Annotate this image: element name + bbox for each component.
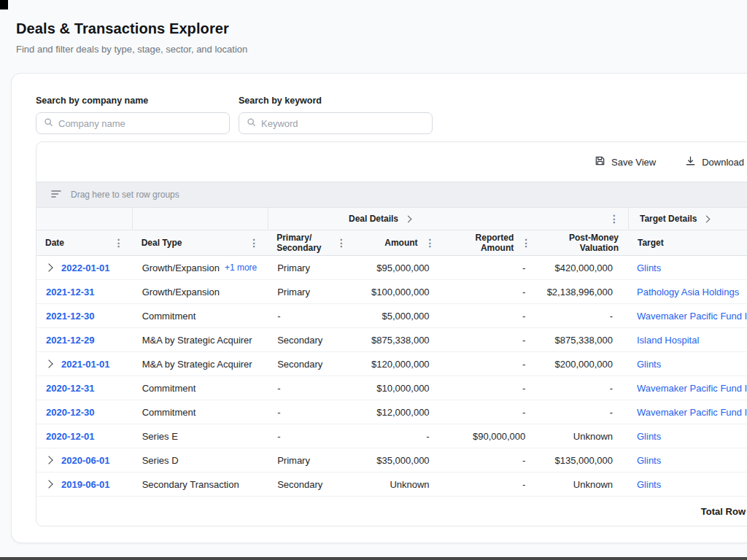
amount-value: $875,338,000: [371, 335, 430, 346]
cell-target: Glints: [627, 472, 747, 496]
group-expand-icon[interactable]: [405, 215, 412, 222]
column-menu-icon[interactable]: ⋮: [425, 238, 436, 248]
cell-reported-amount: -: [444, 472, 541, 496]
amount-value: $5,000,000: [382, 311, 430, 322]
target-link[interactable]: Wavemaker Pacific Fund I: [637, 383, 747, 394]
amount-value: $120,000,000: [371, 359, 430, 370]
cell-primary-secondary: Secondary: [268, 352, 355, 376]
group-header-target-details[interactable]: Target Details: [629, 208, 747, 230]
column-header-amount[interactable]: Amount⋮: [355, 230, 444, 255]
expand-chevron-icon[interactable]: [44, 263, 53, 271]
expand-chevron-icon[interactable]: [44, 456, 53, 464]
target-link[interactable]: Glints: [637, 262, 661, 273]
date-link[interactable]: 2021-12-29: [46, 335, 95, 346]
page-title: Deals & Transactions Explorer: [16, 20, 747, 37]
column-header-deal-type[interactable]: Deal Type⋮: [133, 230, 268, 255]
column-header-post-money-valuation[interactable]: Post-Money Valuation: [540, 230, 627, 255]
cell-deal-type: Growth/Expansion+1 more: [133, 256, 268, 279]
cell-amount: $12,000,000: [355, 400, 444, 424]
post-money-valuation-value: $2,138,996,000: [547, 287, 613, 298]
cell-target: Glints: [627, 448, 747, 472]
download-label: Download: [702, 157, 744, 168]
post-money-valuation-value: $135,000,000: [554, 455, 613, 466]
column-header-primary-secondary[interactable]: Primary/ Secondary⋮: [268, 230, 355, 255]
reported-amount-value: -: [522, 359, 525, 370]
date-link[interactable]: 2020-12-31: [46, 383, 95, 394]
table-row: 2021-12-29M&A by Strategic AcquirerSecon…: [36, 328, 747, 352]
expand-chevron-icon[interactable]: [44, 480, 53, 488]
group-expand-icon[interactable]: [703, 215, 711, 222]
deal-type-value: M&A by Strategic Acquirer: [142, 359, 252, 370]
cell-deal-type: Series E: [133, 424, 268, 448]
column-header-reported-amount[interactable]: Reported Amount⋮: [444, 230, 541, 255]
cell-primary-secondary: Primary: [268, 448, 355, 472]
column-menu-icon[interactable]: ⋮: [521, 238, 531, 248]
column-menu-icon[interactable]: ⋮: [114, 238, 124, 248]
target-link[interactable]: Glints: [637, 359, 661, 370]
cell-amount: $10,000,000: [355, 376, 444, 400]
column-menu-icon[interactable]: ⋮: [249, 238, 259, 248]
cell-reported-amount: -: [444, 304, 541, 327]
company-filter-label: Search by company name: [36, 96, 230, 106]
date-link[interactable]: 2020-06-01: [61, 455, 110, 466]
target-link[interactable]: Island Hospital: [637, 335, 699, 346]
date-link[interactable]: 2021-01-01: [61, 359, 110, 370]
target-link[interactable]: Glints: [637, 431, 661, 442]
date-link[interactable]: 2020-12-01: [46, 431, 95, 442]
cell-reported-amount: -: [444, 352, 541, 376]
keyword-search-input[interactable]: [261, 118, 425, 129]
cell-primary-secondary: Primary: [268, 280, 355, 303]
date-link[interactable]: 2019-06-01: [61, 479, 110, 490]
primary-secondary-value: -: [277, 311, 280, 322]
date-link[interactable]: 2021-12-31: [46, 287, 95, 298]
reported-amount-value: -: [522, 407, 525, 418]
cell-amount: $95,000,000: [355, 256, 444, 279]
cell-reported-amount: -: [444, 376, 541, 400]
cell-date: 2020-12-31: [36, 376, 133, 400]
target-link[interactable]: Pathology Asia Holdings: [637, 287, 739, 298]
cell-primary-secondary: Primary: [268, 256, 355, 279]
primary-secondary-value: Secondary: [277, 479, 322, 490]
cell-date: 2021-01-01: [36, 352, 133, 376]
save-view-button[interactable]: Save View: [595, 155, 656, 168]
row-group-panel[interactable]: Drag here to set row groups: [36, 182, 747, 208]
post-money-valuation-value: $420,000,000: [554, 262, 613, 273]
column-header-target[interactable]: Target: [627, 230, 747, 255]
cell-date: 2019-06-01: [36, 472, 133, 496]
cell-amount: Unknown: [355, 472, 444, 496]
target-link[interactable]: Glints: [637, 455, 661, 466]
cell-target: Island Hospital: [627, 328, 747, 351]
column-menu-icon[interactable]: ⋮: [336, 238, 347, 248]
cell-deal-type: M&A by Strategic Acquirer: [133, 352, 268, 376]
cell-reported-amount: -: [444, 328, 541, 351]
column-header-date[interactable]: Date⋮: [36, 230, 133, 255]
download-button[interactable]: Download: [685, 155, 744, 168]
primary-secondary-value: -: [277, 383, 280, 394]
company-search-input[interactable]: [58, 118, 222, 129]
amount-value: -: [426, 431, 429, 442]
page-header: Deals & Transactions Explorer Find and f…: [0, 0, 747, 55]
page-subtitle: Find and filter deals by type, stage, se…: [16, 44, 747, 55]
date-link[interactable]: 2022-01-01: [61, 262, 110, 273]
expand-chevron-icon[interactable]: [44, 359, 53, 368]
more-deal-types-link[interactable]: +1 more: [225, 262, 257, 273]
reported-amount-value: -: [522, 455, 525, 466]
deal-type-value: Growth/Expansion: [142, 262, 220, 273]
post-money-valuation-value: Unknown: [573, 479, 613, 490]
date-link[interactable]: 2020-12-30: [46, 407, 95, 418]
deal-type-value: Commitment: [142, 383, 196, 394]
keyword-filter-label: Search by keyword: [239, 96, 433, 106]
target-link[interactable]: Wavemaker Pacific Fund I: [637, 311, 747, 322]
cell-post-money-valuation: $200,000,000: [540, 352, 627, 376]
table-row: 2021-12-31Growth/ExpansionPrimary$100,00…: [36, 280, 747, 304]
amount-value: $12,000,000: [376, 407, 429, 418]
group-header-deal-details[interactable]: Deal Details ⋮: [268, 208, 629, 230]
save-icon: [595, 155, 605, 168]
column-header-label: Primary/ Secondary: [276, 233, 321, 254]
table-row: 2021-12-30Commitment-$5,000,000--Wavemak…: [36, 304, 747, 328]
column-menu-icon[interactable]: ⋮: [609, 214, 619, 224]
date-link[interactable]: 2021-12-30: [46, 311, 95, 322]
target-link[interactable]: Wavemaker Pacific Fund I: [637, 407, 747, 418]
target-link[interactable]: Glints: [637, 479, 661, 490]
cell-amount: $100,000,000: [355, 280, 444, 303]
